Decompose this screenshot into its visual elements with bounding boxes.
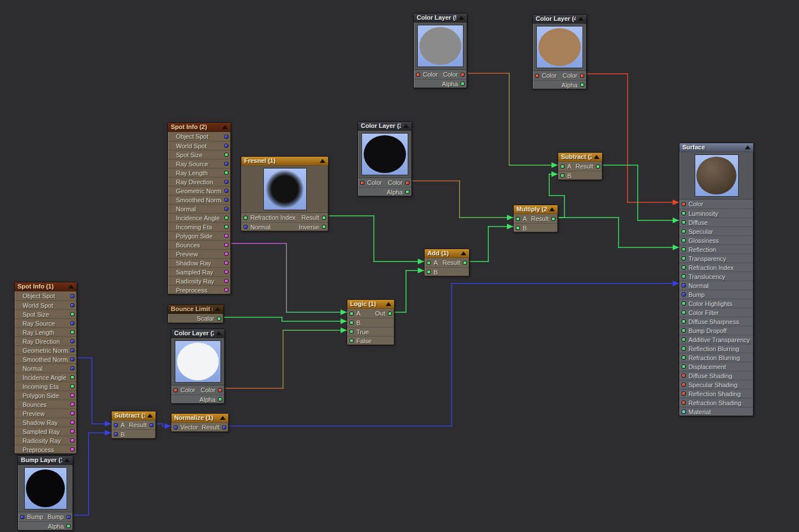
collapse-icon[interactable]	[215, 307, 220, 311]
port-preview-out[interactable]	[224, 252, 228, 256]
node-bounce-limit-1[interactable]: Bounce Limit (1)Scalar	[167, 304, 224, 323]
node-titlebar[interactable]: Color Layer (3)	[358, 122, 412, 131]
port-bump-out[interactable]	[67, 515, 70, 519]
port-result-out[interactable]	[322, 216, 326, 220]
port-alpha-out[interactable]	[67, 524, 70, 528]
port-color-out[interactable]	[218, 388, 222, 392]
port-alpha-out[interactable]	[405, 190, 409, 194]
node-titlebar[interactable]: Add (1)	[425, 249, 469, 258]
port-bounces-out[interactable]	[70, 402, 74, 406]
port-alpha-out[interactable]	[461, 82, 465, 86]
port-shadow-ray-out[interactable]	[224, 261, 228, 265]
port-vector-in[interactable]	[174, 425, 178, 429]
port-ray-source-out[interactable]	[70, 321, 74, 325]
node-color-layer-5[interactable]: Color Layer (5)ColorColorAlpha	[413, 13, 467, 88]
port-b-in[interactable]	[560, 174, 564, 178]
node-titlebar[interactable]: Color Layer (5)	[414, 14, 467, 23]
node-multiply-2[interactable]: Multiply (2)AResultB	[513, 205, 558, 233]
port-radiosity-ray-out[interactable]	[70, 438, 74, 442]
port-displacement-in[interactable]	[682, 365, 686, 369]
port-polygon-side-out[interactable]	[70, 393, 74, 397]
node-color-layer-3[interactable]: Color Layer (3)ColorColorAlpha	[357, 121, 412, 197]
port-sampled-ray-out[interactable]	[70, 429, 74, 433]
node-titlebar[interactable]: Color Layer (4)	[533, 15, 586, 24]
node-logic-1[interactable]: Logic (1)AOutBTrueFalse	[347, 299, 395, 345]
port-object-spot-out[interactable]	[224, 135, 228, 139]
port-color-filter-in[interactable]	[682, 311, 686, 314]
port-spot-size-out[interactable]	[70, 312, 74, 316]
port-reflection-blurring-in[interactable]	[682, 347, 686, 351]
port-a-in[interactable]	[427, 261, 431, 265]
port-incidence-angle-out[interactable]	[70, 375, 74, 379]
collapse-icon[interactable]	[549, 207, 555, 211]
port-incoming-eta-out[interactable]	[224, 225, 228, 229]
collapse-icon[interactable]	[403, 124, 409, 128]
node-titlebar[interactable]: Spot Info (1)	[15, 282, 77, 291]
port-transparency-in[interactable]	[682, 256, 686, 260]
port-smoothed-normal-out[interactable]	[224, 198, 228, 202]
port-color-highlights-in[interactable]	[682, 302, 686, 305]
node-titlebar[interactable]: Subtract (1)	[112, 411, 156, 420]
port-reflection-shading-in[interactable]	[682, 392, 686, 396]
collapse-icon[interactable]	[222, 125, 228, 129]
collapse-icon[interactable]	[220, 416, 226, 420]
collapse-icon[interactable]	[461, 251, 466, 255]
port-color-in[interactable]	[174, 388, 178, 392]
collapse-icon[interactable]	[64, 458, 70, 462]
collapse-icon[interactable]	[216, 331, 222, 335]
node-subtract-2[interactable]: Subtract (2)AResultB	[558, 152, 603, 180]
port-b-in[interactable]	[114, 432, 118, 436]
node-titlebar[interactable]: Bounce Limit (1)	[168, 305, 223, 314]
node-titlebar[interactable]: Logic (1)	[347, 300, 394, 309]
port-alpha-out[interactable]	[218, 397, 222, 401]
port-specular-shading-in[interactable]	[682, 383, 686, 387]
port-result-out[interactable]	[596, 165, 600, 169]
port-b-in[interactable]	[350, 321, 354, 325]
port-incidence-angle-out[interactable]	[224, 216, 228, 220]
node-subtract-1[interactable]: Subtract (1)AResultB	[111, 411, 156, 439]
port-material-in[interactable]	[682, 410, 686, 414]
port-diffuse-sharpness-in[interactable]	[682, 320, 686, 323]
port-refraction-index-in[interactable]	[682, 265, 686, 269]
node-spot-info-1[interactable]: Spot Info (1)Object SpotWorld SpotSpot S…	[14, 282, 77, 454]
port-refraction-index-in[interactable]	[244, 216, 248, 220]
port-color-in[interactable]	[682, 202, 686, 206]
port-sampled-ray-out[interactable]	[224, 270, 228, 274]
port-a-in[interactable]	[114, 423, 118, 427]
port-normal-in[interactable]	[244, 225, 248, 229]
collapse-icon[interactable]	[594, 155, 599, 159]
node-fresnel-1[interactable]: Fresnel (1)Refraction IndexResultNormalI…	[241, 156, 329, 232]
port-preprocess-out[interactable]	[70, 447, 74, 451]
port-true-in[interactable]	[350, 330, 354, 334]
collapse-icon[interactable]	[578, 17, 584, 21]
node-titlebar[interactable]: Multiply (2)	[514, 205, 558, 214]
port-preprocess-out[interactable]	[224, 288, 228, 292]
node-color-layer-4[interactable]: Color Layer (4)ColorColorAlpha	[532, 14, 587, 90]
port-translucency-in[interactable]	[682, 274, 686, 278]
port-bump-in[interactable]	[682, 292, 686, 296]
node-color-layer-2[interactable]: Color Layer (2)ColorColorAlpha	[171, 329, 225, 404]
node-normalize-1[interactable]: Normalize (1)VectorResult	[171, 413, 229, 432]
port-smoothed-normal-out[interactable]	[70, 357, 74, 361]
port-ray-length-out[interactable]	[224, 171, 228, 175]
port-normal-out[interactable]	[224, 207, 228, 211]
node-add-1[interactable]: Add (1)AResultB	[424, 249, 470, 277]
port-preview-out[interactable]	[70, 411, 74, 415]
port-result-out[interactable]	[551, 217, 555, 221]
collapse-icon[interactable]	[147, 414, 153, 418]
port-world-spot-out[interactable]	[224, 144, 228, 148]
node-titlebar[interactable]: Subtract (2)	[558, 153, 602, 162]
collapse-icon[interactable]	[745, 145, 751, 149]
port-false-in[interactable]	[350, 339, 354, 343]
port-result-out[interactable]	[222, 425, 226, 429]
port-shadow-ray-out[interactable]	[70, 420, 74, 424]
port-scalar-out[interactable]	[217, 317, 221, 321]
port-world-spot-out[interactable]	[70, 303, 74, 307]
port-bump-in[interactable]	[20, 515, 24, 519]
node-spot-info-2[interactable]: Spot Info (2)Object SpotWorld SpotSpot S…	[167, 122, 231, 295]
port-color-in[interactable]	[535, 74, 539, 78]
node-titlebar[interactable]: Fresnel (1)	[241, 157, 328, 166]
port-result-out[interactable]	[149, 423, 153, 427]
port-geometric-normal-out[interactable]	[70, 348, 74, 352]
port-ray-direction-out[interactable]	[70, 339, 74, 343]
